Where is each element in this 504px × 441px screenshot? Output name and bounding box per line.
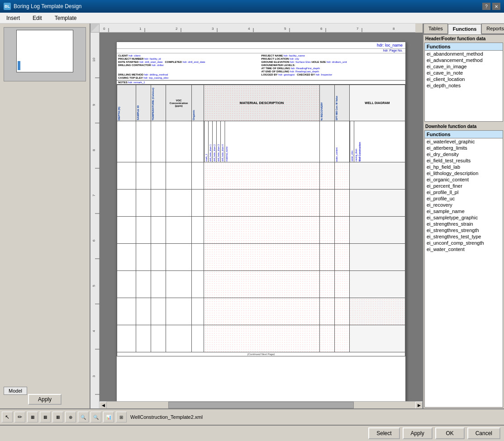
close-button[interactable]: ✕ (492, 3, 500, 10)
at-end-val: hdr: ReadingLast_depth (290, 70, 319, 73)
ruler-top-row: 0 1 2 3 4 5 6 7 8 (90, 24, 423, 33)
hdr-item-1[interactable]: ei_advancement_method (425, 57, 503, 63)
dh-item-0[interactable]: ei_waterlevel_graphic (425, 138, 503, 145)
ruler-horizontal: 0 1 2 3 4 5 6 7 8 (100, 24, 415, 33)
notes-val: hdr: remark_1 (128, 81, 145, 84)
tab-reports[interactable]: Reports (481, 24, 504, 34)
canvas-viewport[interactable]: hdr: loc_name hdr: Page No. CLIENT hdr: … (100, 33, 423, 408)
completed-label: COMPLETED (165, 61, 182, 63)
svg-text:4: 4 (248, 27, 250, 31)
svg-text:5: 5 (284, 27, 286, 31)
col-organic: Organic (192, 110, 195, 120)
downhole-section-title: Downhole function data (423, 123, 504, 130)
svg-text:10: 10 (92, 57, 96, 62)
header-footer-section-title: Header/Footer function data (423, 35, 504, 43)
bottom-toolbar: ↖ ✏ ▦ ▦ ▦ ⊕ 🔍 🔍 📊 ⊞ WellConstruction_Tem… (0, 408, 504, 425)
scroll-corner (415, 24, 423, 33)
cancel-button[interactable]: Cancel (467, 427, 500, 439)
dh-item-4[interactable]: ei_hp_field_lab (425, 164, 503, 170)
tab-tables[interactable]: Tables (423, 24, 448, 34)
tool-pencil[interactable]: ✏ (14, 412, 25, 422)
dh-item-17[interactable]: ei_water_content (425, 246, 503, 252)
tool-chart[interactable]: 📊 (103, 412, 114, 422)
hdr-item-2[interactable]: ei_cave_in_image (425, 63, 503, 70)
date-val: hdr: drill_start_date (139, 61, 162, 63)
dh-item-6[interactable]: ei_organic_content (425, 176, 503, 183)
svg-text:6: 6 (320, 27, 323, 31)
hdr-item-5[interactable]: ei_depth_notes (425, 82, 503, 89)
tool-zoom-in[interactable]: 🔍 (78, 412, 89, 422)
dh-item-13[interactable]: ei_strengthres_strain (425, 221, 503, 227)
dh-item-14[interactable]: ei_strengthres_strength (425, 227, 503, 233)
tool-grid2[interactable]: ▦ (40, 412, 51, 422)
tab-functions[interactable]: Functions (448, 24, 482, 34)
proj-num-val: hdr: facility_id (144, 57, 161, 60)
dh-item-9[interactable]: ei_profile_uc (425, 195, 503, 202)
dh-item-16[interactable]: ei_unconf_comp_strength (425, 240, 503, 246)
app-icon: BL (4, 3, 11, 10)
tool-zoom-fit[interactable]: ⊕ (65, 412, 76, 422)
client-label: CLIENT (118, 54, 128, 57)
scroll-right-btn[interactable]: ▶ (415, 402, 423, 408)
menu-bar: Insert Edit Template (0, 13, 504, 24)
hdr-page-no: hdr: Page No. (383, 49, 403, 52)
proj-loc-val: hdr: city (290, 57, 299, 60)
proj-num-label: PROJECT NUMBER (118, 57, 143, 60)
tool-grid3[interactable]: ▦ (52, 412, 63, 422)
left-panel: Model Apply (0, 24, 90, 408)
hdr-item-4[interactable]: ei_client_location (425, 76, 503, 82)
svg-text:2: 2 (176, 27, 178, 31)
tool-zoom-out[interactable]: 🔍 (90, 412, 101, 422)
dh-item-11[interactable]: ei_sample_name (425, 208, 503, 214)
hole-size-val: hdr: dndiam_unit (327, 61, 347, 63)
svg-text:3: 3 (212, 27, 214, 31)
svg-text:8: 8 (393, 27, 395, 31)
dh-item-10[interactable]: ei_recovery (425, 202, 503, 208)
casing-val: hdr: top_casing_elev (143, 76, 168, 79)
menu-insert[interactable]: Insert (4, 14, 23, 22)
scroll-left-btn[interactable]: ◀ (100, 402, 107, 408)
svg-text:3: 3 (92, 375, 96, 377)
continued-text: (Continued Next Page) (117, 352, 405, 356)
tool-grid1[interactable]: ▦ (27, 412, 38, 422)
apply-button[interactable]: Apply (403, 427, 433, 439)
dh-item-15[interactable]: ei_strengthres_test_type (425, 233, 503, 240)
hdr-item-3[interactable]: ei_cave_in_note (425, 70, 503, 76)
tool-pointer[interactable]: ↖ (2, 412, 13, 422)
at-time-val: hdr: ReadingFirst_depth (291, 67, 320, 70)
logged-label: LOGGED BY (262, 73, 278, 76)
svg-text:9: 9 (92, 104, 96, 106)
proj-loc-label: PROJECT LOCATION (262, 57, 289, 60)
hdr-item-0[interactable]: ei_abandonment_method (425, 51, 503, 57)
downhole-list[interactable]: Functions ei_waterlevel_graphic ei_atter… (424, 130, 503, 408)
dh-item-1[interactable]: ei_atterberg_limits (425, 145, 503, 151)
svg-text:7: 7 (357, 27, 359, 31)
model-tab[interactable]: Model (4, 387, 27, 395)
ruler-corner (90, 24, 100, 33)
ruler-vertical: 10 9 8 7 6 5 4 3 2 (90, 33, 100, 408)
tool-table[interactable]: ⊞ (116, 412, 127, 422)
completed-val: hdr: drill_end_date (183, 61, 205, 63)
notes-label: NOTES (118, 81, 128, 84)
dh-item-5[interactable]: ei_lithology_description (425, 170, 503, 176)
help-button[interactable]: ? (482, 3, 490, 10)
dh-item-12[interactable]: ei_sampletype_graphic (425, 214, 503, 221)
h-scrollbar[interactable] (107, 402, 415, 408)
svg-text:5: 5 (92, 285, 96, 287)
ok-button[interactable]: OK (435, 427, 465, 439)
col-depth: DEPTH (ft) (118, 107, 120, 120)
apply-left-button[interactable]: Apply (28, 394, 62, 405)
dh-item-7[interactable]: ei_percent_finer (425, 183, 503, 189)
dh-item-2[interactable]: ei_dry_density (425, 151, 503, 157)
dh-item-3[interactable]: ei_field_test_results (425, 157, 503, 164)
menu-edit[interactable]: Edit (30, 14, 45, 22)
action-buttons-bar: Select Apply OK Cancel (0, 425, 504, 441)
page-document: hdr: loc_name hdr: Page No. CLIENT hdr: … (116, 42, 406, 408)
svg-text:6: 6 (92, 239, 96, 242)
menu-template[interactable]: Template (52, 14, 80, 22)
select-button[interactable]: Select (368, 427, 399, 439)
svg-text:8: 8 (92, 149, 96, 151)
svg-text:7: 7 (92, 194, 96, 196)
dh-item-8[interactable]: ei_profile_ll_pl (425, 189, 503, 195)
tab-bar: Tables Functions Reports (423, 24, 504, 35)
